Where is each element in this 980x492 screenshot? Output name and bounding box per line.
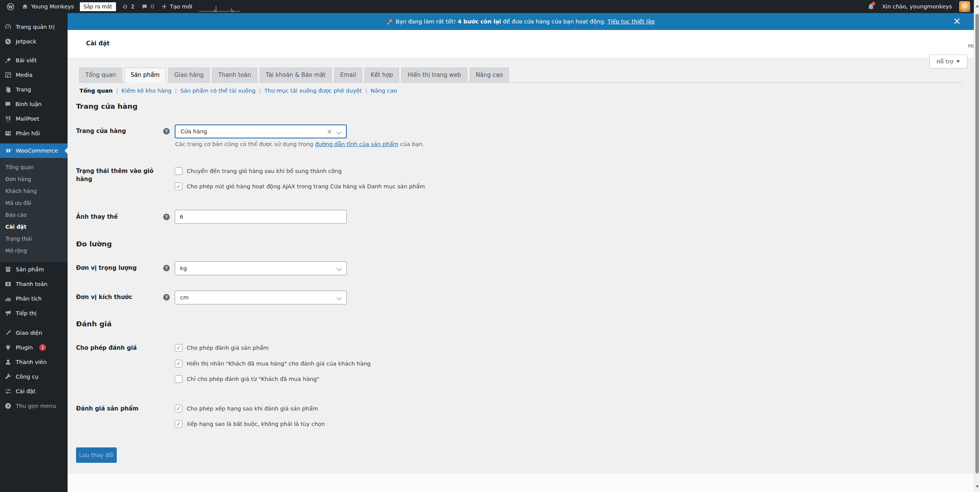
subnav-link-approved-directories[interactable]: Thư mục tải xuống được phê duyệt bbox=[264, 88, 362, 94]
new-content-menu[interactable]: Tạo mới bbox=[158, 0, 196, 13]
sidebar-item-feedback[interactable]: Phản hồi bbox=[0, 126, 68, 141]
payments-icon: $ bbox=[4, 280, 12, 288]
sidebar-item-label: Bài viết bbox=[16, 57, 37, 63]
tab-payments[interactable]: Thanh toán bbox=[212, 68, 257, 82]
sidebar-item-tools[interactable]: Công cụ bbox=[0, 369, 68, 384]
checkbox[interactable] bbox=[175, 167, 182, 175]
sidebar-subitem-customers[interactable]: Khách hàng bbox=[0, 185, 68, 197]
continue-setup-link[interactable]: Tiếp tục thiết lập bbox=[608, 18, 655, 25]
permalink-link[interactable]: đường dẫn tĩnh của sản phẩm bbox=[315, 141, 398, 147]
admin-bar-right: Xin chào, youngmonkeys bbox=[867, 0, 980, 13]
tab-integration[interactable]: Kết hợp bbox=[364, 68, 399, 82]
sidebar-item-marketing[interactable]: Tiếp thị bbox=[0, 306, 68, 321]
chevron-down-icon bbox=[337, 266, 342, 271]
sidebar-item-label: Trang quản trị bbox=[16, 24, 55, 30]
tab-general[interactable]: Tổng quan bbox=[79, 68, 122, 82]
checkbox-star-ratings-required[interactable]: Xếp hạng sao là bắt buộc, không phải là … bbox=[175, 420, 325, 428]
subnav-link-advanced[interactable]: Nâng cao bbox=[371, 88, 397, 94]
updates-count: 2 bbox=[131, 3, 134, 10]
subnav-link-inventory[interactable]: Kiểm kê kho hàng bbox=[121, 88, 171, 94]
tab-products-active[interactable]: Sản phẩm bbox=[124, 68, 166, 83]
sidebar-item-appearance[interactable]: Giao diện bbox=[0, 326, 68, 340]
checkbox[interactable] bbox=[175, 183, 182, 190]
wordpress-logo-icon[interactable]: W bbox=[3, 0, 18, 13]
checkbox[interactable] bbox=[175, 420, 182, 428]
clear-selection-icon[interactable]: × bbox=[327, 125, 332, 138]
stats-sparkline-icon[interactable] bbox=[199, 5, 240, 13]
scroll-down-arrow-icon[interactable] bbox=[974, 484, 980, 490]
sidebar-subitem-extensions[interactable]: Mở rộng bbox=[0, 245, 68, 257]
checkbox[interactable] bbox=[175, 360, 182, 367]
sidebar-item-users[interactable]: Thành viên bbox=[0, 355, 68, 369]
sidebar-item-woocommerce[interactable]: W WooCommerce bbox=[0, 143, 68, 158]
sidebar-item-settings[interactable]: Cài đặt bbox=[0, 384, 68, 399]
plugin-update-badge: 1 bbox=[39, 344, 46, 351]
tab-site-visibility[interactable]: Hiển thị trang web bbox=[401, 68, 467, 82]
sidebar-item-mailpoet[interactable]: M MailPoet bbox=[0, 111, 68, 126]
site-menu[interactable]: Young Monkeys bbox=[18, 0, 78, 13]
sidebar-subitem-orders[interactable]: Đơn hàng bbox=[0, 173, 68, 185]
dimension-unit-select[interactable]: cm bbox=[175, 291, 347, 304]
save-changes-button[interactable]: Lưu thay đổi bbox=[76, 447, 117, 463]
tab-shipping[interactable]: Giao hàng bbox=[168, 68, 210, 82]
comment-icon bbox=[4, 101, 12, 108]
checkbox[interactable] bbox=[175, 375, 182, 383]
user-greeting[interactable]: Xin chào, youngmonkeys bbox=[879, 0, 955, 13]
store-page-select-value: Cửa hàng bbox=[180, 128, 207, 135]
sidebar-item-label: Thanh toán bbox=[16, 281, 48, 287]
vertical-scrollbar[interactable] bbox=[974, 0, 980, 492]
sidebar-subitem-settings-current[interactable]: Cài đặt bbox=[0, 221, 68, 233]
placeholder-image-input[interactable] bbox=[175, 210, 347, 224]
help-icon[interactable] bbox=[163, 265, 170, 271]
jetpack-icon bbox=[4, 38, 12, 45]
sidebar-subitem-status[interactable]: Trạng thái bbox=[0, 233, 68, 245]
tab-accounts-privacy[interactable]: Tài khoản & Bảo mật bbox=[260, 68, 332, 82]
section-heading-measurements: Đo lường bbox=[76, 240, 112, 248]
sidebar-item-payments[interactable]: $ Thanh toán bbox=[0, 277, 68, 291]
close-icon[interactable] bbox=[952, 16, 962, 27]
sidebar-item-pages[interactable]: Trang bbox=[0, 82, 68, 97]
collapse-menu-button[interactable]: Thu gọn menu bbox=[0, 399, 68, 413]
sidebar-item-plugins[interactable]: Plugin 1 bbox=[0, 340, 68, 355]
scroll-up-arrow-icon[interactable] bbox=[974, 3, 980, 9]
sidebar-item-media[interactable]: Media bbox=[0, 68, 68, 82]
subnav-link-downloadable[interactable]: Sản phẩm có thể tải xuống bbox=[180, 88, 255, 94]
sidebar-item-posts[interactable]: Bài viết bbox=[0, 53, 68, 68]
store-page-select[interactable]: Cửa hàng × bbox=[175, 125, 347, 138]
help-dropdown-button[interactable]: Hỗ trợ bbox=[929, 55, 967, 68]
sidebar-subitem-overview[interactable]: Tổng quan bbox=[0, 161, 68, 173]
feedback-icon bbox=[4, 130, 12, 137]
sidebar-item-comments[interactable]: Bình luận bbox=[0, 97, 68, 111]
woocommerce-icon: W bbox=[4, 147, 12, 155]
sidebar-item-label: Plugin bbox=[16, 344, 33, 351]
sidebar-subitem-reports[interactable]: Báo cáo bbox=[0, 209, 68, 221]
checkbox-star-ratings[interactable]: Cho phép xếp hạng sao khi đánh giá sản p… bbox=[175, 405, 318, 412]
update-icon bbox=[122, 3, 128, 10]
help-icon[interactable] bbox=[163, 294, 170, 301]
checkbox-enable-reviews[interactable]: Cho phép đánh giá sản phẩm bbox=[175, 344, 268, 352]
tab-advanced[interactable]: Nâng cao bbox=[470, 68, 509, 82]
checkbox[interactable] bbox=[175, 405, 182, 412]
scrollbar-thumb[interactable] bbox=[975, 14, 979, 474]
user-avatar[interactable] bbox=[959, 1, 970, 12]
checkbox-verified-owner-label[interactable]: Hiển thị nhãn "Khách đã mua hàng" cho đá… bbox=[175, 360, 371, 367]
comments-menu[interactable]: 0 bbox=[138, 0, 157, 13]
checkbox-redirect-to-cart[interactable]: Chuyển đến trang giỏ hàng sau khi bổ sun… bbox=[175, 167, 342, 175]
weight-unit-value: kg bbox=[180, 265, 187, 271]
weight-unit-select[interactable]: kg bbox=[175, 261, 347, 275]
sidebar-item-jetpack[interactable]: Jetpack bbox=[0, 34, 68, 49]
notifications-menu[interactable] bbox=[867, 3, 875, 10]
checkbox-ajax-add-to-cart[interactable]: Cho phép nút giỏ hàng hoạt động AJAX tro… bbox=[175, 183, 425, 190]
svg-text:W: W bbox=[5, 148, 12, 154]
checkbox-verified-owner-only[interactable]: Chỉ cho phép đánh giá từ "Khách đã mua h… bbox=[175, 375, 319, 383]
sidebar-item-dashboard[interactable]: Trang quản trị bbox=[0, 20, 68, 34]
checkbox[interactable] bbox=[175, 344, 182, 352]
tab-emails[interactable]: Email bbox=[334, 68, 363, 82]
sidebar-subitem-coupons[interactable]: Mã ưu đãi bbox=[0, 197, 68, 209]
help-icon[interactable] bbox=[163, 214, 170, 220]
sidebar-item-products[interactable]: Sản phẩm bbox=[0, 262, 68, 277]
subnav-current[interactable]: Tổng quan bbox=[79, 88, 113, 94]
help-icon[interactable] bbox=[163, 128, 170, 135]
updates-menu[interactable]: 2 bbox=[118, 0, 138, 13]
sidebar-item-analytics[interactable]: Phân tích bbox=[0, 291, 68, 306]
